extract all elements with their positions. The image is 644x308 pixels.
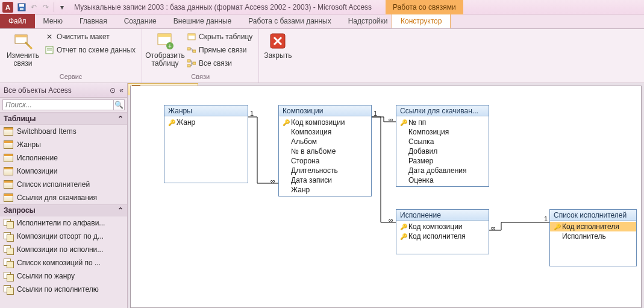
table-title[interactable]: Исполнение [396,210,489,221]
svg-rect-4 [15,35,27,37]
dropdown-icon[interactable]: ⊙ [110,86,116,95]
nav-table-item[interactable]: Исполнение [0,151,127,165]
nav-item-label: Ссылки по жанру [17,272,75,280]
table-field[interactable]: Сторона [279,156,371,166]
table-icon [4,193,13,202]
qat-separator [54,2,54,12]
field-name: Длительность [291,166,338,175]
tab-menu[interactable]: Меню [35,14,71,28]
table-field[interactable]: Размер [396,156,489,166]
redo-icon[interactable]: ↷ [40,1,52,13]
field-name: Ссылка [408,137,434,146]
table-field[interactable]: Композиция [279,127,371,137]
table-field[interactable]: Добавил [396,146,489,156]
nav-query-item[interactable]: Ссылки по жанру [0,269,127,283]
table-field[interactable]: Дата добавления [396,166,489,175]
table-genres[interactable]: Жанры 🔑Жанр [164,105,248,183]
nav-group-tables[interactable]: Таблицы ⌃ [0,113,127,125]
edit-relations-button[interactable]: Изменить связи [4,30,42,71]
search-input[interactable] [2,99,114,110]
table-field[interactable]: Исполнитель [550,231,636,241]
table-title[interactable]: Ссылки для скачиван... [396,105,489,116]
nav-header[interactable]: Все объекты Access ⊙ « [0,83,127,98]
nav-table-item[interactable]: Список исполнителей [0,178,127,191]
table-field[interactable]: Жанр [279,185,371,195]
nav-item-label: Ссылки для скачивания [17,193,97,202]
close-button[interactable]: Закрыть [263,30,293,71]
nav-header-title: Все объекты Access [4,86,72,95]
ribbon-group-links: + Отобразить таблицу Скрыть таблицу Прям… [142,29,259,83]
nav-item-label: Исполнители по алфави... [17,219,105,227]
svg-text:+: + [168,43,172,49]
relationship-report-button[interactable]: Отчет по схеме данных [42,43,138,57]
nav-query-item[interactable]: Список композиций по ... [0,256,127,269]
table-field[interactable]: 🔑Жанр [164,118,248,127]
canvas-body[interactable]: Жанры 🔑Жанр 1 ∞ Композиции 🔑Код композиц… [131,99,641,307]
nav-query-item[interactable]: Ссылки по исполнителю [0,283,127,296]
query-icon [4,285,13,294]
tab-designer[interactable]: Конструктор [392,14,451,28]
all-links-icon [187,58,196,68]
qat-customize-icon[interactable]: ▾ [56,1,68,13]
nav-query-item[interactable]: Композиции по исполни... [0,243,127,256]
table-title[interactable]: Жанры [164,105,248,116]
table-performance[interactable]: Исполнение 🔑Код композиции🔑Код исполните… [396,209,489,254]
table-icon [4,154,13,162]
table-download-links[interactable]: Ссылки для скачиван... 🔑№ ппКомпозицияСс… [396,105,489,187]
nav-table-item[interactable]: Жанры [0,138,127,151]
collapse-icon: ⌃ [117,115,123,123]
nav-table-item[interactable]: Ссылки для скачивания [0,191,127,204]
table-field[interactable]: Дата записи [279,175,371,185]
table-title[interactable]: Список исполнителей [550,210,636,221]
svg-rect-17 [187,64,190,67]
tab-create[interactable]: Создание [116,14,165,28]
nav-query-item[interactable]: Композиции отсорт по д... [0,230,127,243]
show-table-label: Отобразить таблицу [145,52,184,68]
table-field[interactable]: 🔑Код композиции [396,222,489,231]
table-icon [4,140,13,149]
table-field[interactable]: Длительность [279,166,371,175]
all-links-button[interactable]: Все связи [184,57,255,70]
table-field[interactable]: Композиция [396,127,489,137]
table-field[interactable]: Оценка [396,175,489,185]
canvas[interactable]: Жанры 🔑Жанр 1 ∞ Композиции 🔑Код композиц… [130,86,642,308]
show-table-button[interactable]: + Отобразить таблицу [146,30,184,71]
table-compositions[interactable]: Композиции 🔑Код композицииКомпозицияАльб… [278,105,372,196]
field-name: Альбом [291,137,317,146]
table-title[interactable]: Композиции [279,105,371,116]
nav-table-item[interactable]: Switchboard Items [0,125,127,138]
nav-group-tables-label: Таблицы [4,115,36,123]
field-name: Исполнитель [562,232,606,240]
table-icon [4,127,13,136]
field-name: Код композиции [291,118,345,127]
save-icon[interactable] [16,1,28,13]
tab-addins[interactable]: Надстройки [340,14,396,28]
ribbon: Изменить связи ✕ Очистить макет Отчет по… [0,29,644,83]
query-icon [4,245,13,254]
table-field[interactable]: 🔑Код исполнителя [550,222,636,231]
tab-dbtools[interactable]: Работа с базами данных [240,14,339,28]
nav-group-queries[interactable]: Запросы ⌃ [0,204,127,216]
table-field[interactable]: Ссылка [396,137,489,146]
tab-home[interactable]: Главная [71,14,116,28]
clear-layout-button[interactable]: ✕ Очистить макет [42,30,138,43]
hide-table-button[interactable]: Скрыть таблицу [184,30,255,43]
collapse-nav-icon[interactable]: « [119,86,123,95]
search-icon[interactable]: 🔍 [114,99,125,110]
table-field[interactable]: Альбом [279,137,371,146]
svg-rect-13 [188,34,195,36]
table-field[interactable]: 🔑Код композиции [279,118,371,127]
table-field[interactable]: 🔑№ пп [396,118,489,127]
table-field[interactable]: 🔑Код исполнителя [396,231,489,241]
key-icon: 🔑 [400,224,407,230]
direct-links-button[interactable]: Прямые связи [184,43,255,57]
navigation-pane: Все объекты Access ⊙ « 🔍 Таблицы ⌃ Switc… [0,83,128,308]
nav-table-item[interactable]: Композиции [0,165,127,178]
undo-icon[interactable]: ↶ [28,1,40,13]
table-artists[interactable]: Список исполнителей 🔑Код исполнителяИспо… [549,209,637,266]
rel-many: ∞ [491,224,496,231]
table-field[interactable]: № в альбоме [279,146,371,156]
nav-query-item[interactable]: Исполнители по алфави... [0,216,127,230]
tab-external[interactable]: Внешние данные [165,14,240,28]
tab-file[interactable]: Файл [0,14,35,28]
